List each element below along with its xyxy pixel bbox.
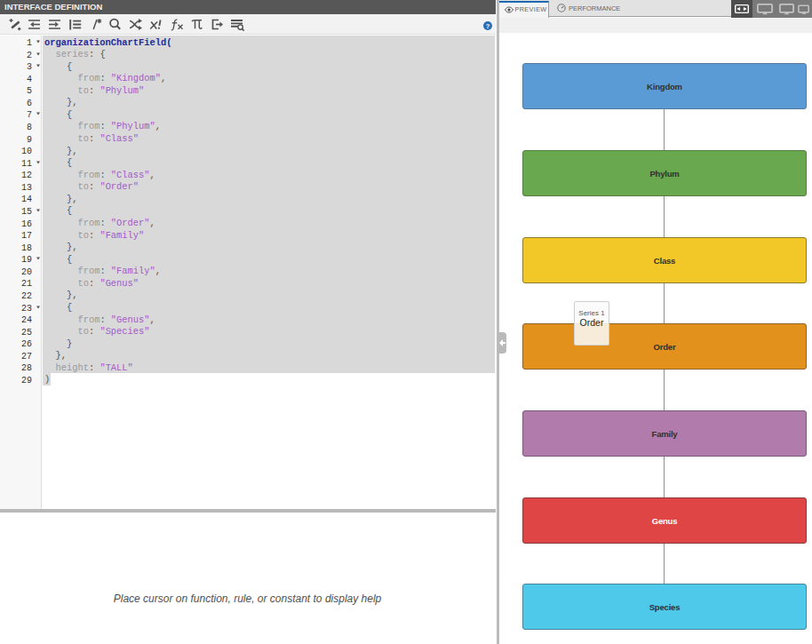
svg-text:?: ? — [486, 21, 490, 29]
